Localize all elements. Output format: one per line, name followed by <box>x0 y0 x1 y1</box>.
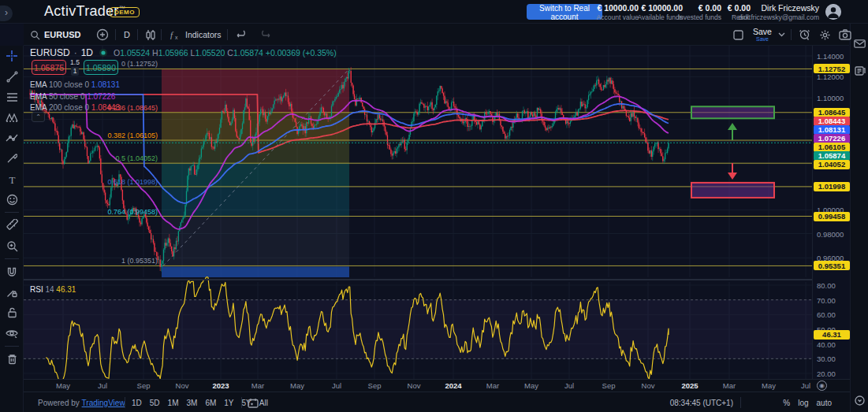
price-label[interactable]: 0.95351 <box>814 261 850 270</box>
account-stat-value: € 10000.00 <box>638 3 684 13</box>
hide-drawings-tool[interactable] <box>0 323 24 343</box>
price-label[interactable]: 0.99458 <box>814 212 850 221</box>
price-label[interactable]: 1.08645 <box>814 108 850 117</box>
screenshot-button[interactable] <box>839 24 851 46</box>
alarm-clock-icon <box>799 29 810 41</box>
buy-button[interactable]: 1.05890 <box>84 60 118 75</box>
range-button-1d[interactable]: 1D <box>128 399 146 407</box>
brush-tool[interactable] <box>0 148 24 169</box>
price-tick: 1.14000 <box>817 52 844 61</box>
add-symbol-button[interactable] <box>96 24 109 46</box>
indicators-button[interactable]: fx Indicators <box>170 24 222 46</box>
ema-legend-row[interactable]: EMA 50 close 0 1.07226 <box>30 92 115 101</box>
rsi-tick: 40.00 <box>817 340 836 349</box>
avatar[interactable] <box>825 4 841 20</box>
svg-text:T: T <box>9 174 15 184</box>
crosshair-tool[interactable] <box>0 46 24 66</box>
rsi-legend[interactable]: RSI 14 46.31 <box>30 285 76 294</box>
price-label[interactable]: 1.08443 <box>814 117 850 126</box>
collapse-legend-button[interactable]: ⌃ <box>32 112 45 122</box>
settings-button[interactable] <box>819 24 831 46</box>
market-status-icon <box>99 48 108 58</box>
zoom-in-tool[interactable] <box>0 236 24 256</box>
range-button-5d[interactable]: 5D <box>146 399 164 407</box>
fib-retracement-tool[interactable] <box>0 87 24 107</box>
time-tick: Mar <box>723 381 736 390</box>
tradingview-link[interactable]: TradingView <box>82 399 125 407</box>
price-label[interactable]: 1.12752 <box>814 64 850 73</box>
measure-tool[interactable] <box>0 215 24 236</box>
symbol-search[interactable]: EURUSD <box>30 24 80 46</box>
layout-select-checkbox[interactable] <box>733 24 743 46</box>
scale-button-auto[interactable]: auto <box>813 399 836 407</box>
time-tick: Jul <box>332 381 341 390</box>
price-tick: 1.10000 <box>817 94 844 102</box>
drawing-lock-tool[interactable] <box>0 282 24 303</box>
price-tick: 0.98000 <box>817 230 844 239</box>
sell-button[interactable]: 1.05875 <box>32 60 66 75</box>
timeframe-button[interactable]: D <box>124 24 130 46</box>
time-tick: Nov <box>642 381 655 390</box>
account-stat: € 0.00Invested funds <box>678 3 721 21</box>
text-tool[interactable]: T <box>0 169 24 189</box>
time-tick: 2024 <box>445 381 461 390</box>
price-label[interactable]: 1.08131 <box>814 125 850 135</box>
goto-date-button[interactable] <box>248 392 259 412</box>
save-menu-button[interactable] <box>778 24 785 46</box>
account-stat: € 10000.00Available funds <box>638 3 684 21</box>
ema-legend-row[interactable]: EMA 100 close 0 1.08131 <box>30 80 120 89</box>
range-button-1m[interactable]: 1M <box>164 399 183 407</box>
scale-button-log[interactable]: log <box>794 399 812 407</box>
switch-to-real-account-button[interactable]: Switch to Real account <box>527 4 602 20</box>
chevron-down-icon <box>778 32 785 37</box>
rsi-period: 14 <box>45 285 54 294</box>
collapse-panel-button[interactable] <box>851 390 868 410</box>
price-label[interactable]: 1.05874 <box>814 151 850 161</box>
save-layout-button[interactable]: SaveSave <box>753 24 772 46</box>
news-button[interactable] <box>851 60 868 80</box>
account-stat-label: Available funds <box>638 13 684 21</box>
open-value: 1.05524 <box>120 48 150 58</box>
expand-sidebar-button[interactable]: › <box>0 6 13 21</box>
chart-style-button[interactable] <box>145 24 156 46</box>
emoji-tool[interactable] <box>0 189 24 210</box>
save-label: Save <box>753 28 772 36</box>
time-tick: Jul <box>564 381 574 390</box>
price-label[interactable]: 1.07226 <box>814 134 850 143</box>
calendar-icon <box>248 398 259 408</box>
camera-icon <box>839 29 851 40</box>
price-axis[interactable]: 1.140001.120001.100001.000000.980000.960… <box>812 46 850 392</box>
undo-button[interactable] <box>237 24 248 46</box>
alert-button[interactable] <box>799 24 810 46</box>
user-info[interactable]: Dirk Friczewsky dirk.friczewsky@gmail.co… <box>738 3 819 21</box>
fib-level-label: 0.5 (1.04052) <box>87 154 158 162</box>
chart-legend[interactable]: EURUSD · 1D O1.05524 H1.05966 L1.05520 C… <box>30 47 337 58</box>
pattern-tool[interactable] <box>0 107 24 128</box>
redo-icon <box>259 30 270 39</box>
scroll-to-latest-button[interactable]: ◉ <box>817 380 827 391</box>
fib-level-label: 0.764 (0.99458) <box>87 208 158 216</box>
price-label[interactable]: 1.06105 <box>814 143 850 152</box>
range-button-1y[interactable]: 1Y <box>220 399 237 407</box>
news-icon <box>855 65 866 76</box>
lock-tool[interactable] <box>0 303 24 323</box>
time-tick: Sep <box>602 381 616 390</box>
redo-button[interactable] <box>259 24 270 46</box>
forecast-tool[interactable] <box>0 128 24 148</box>
price-label[interactable]: 1.01998 <box>814 182 850 191</box>
scale-button-%[interactable]: % <box>779 399 794 407</box>
range-button-6m[interactable]: 6M <box>201 399 220 407</box>
remove-drawings-tool[interactable] <box>0 349 24 369</box>
svg-text:x: x <box>175 35 178 40</box>
range-button-3m[interactable]: 3M <box>183 399 202 407</box>
time-tick: Nov <box>176 381 189 390</box>
clock[interactable]: 08:34:45 (UTC+1) <box>670 392 733 412</box>
ema-legend-row[interactable]: EMA 200 close 0 1.08443 <box>30 103 120 112</box>
account-stat-value: € 0.00 <box>678 3 721 13</box>
price-label[interactable]: 1.04052 <box>814 160 850 169</box>
magnet-tool[interactable] <box>0 262 24 282</box>
gear-icon <box>819 29 831 41</box>
trendline-tool[interactable] <box>0 66 24 87</box>
time-axis[interactable]: MayJulSepNov2023MarMayJulSepNov2024MarMa… <box>24 379 850 392</box>
messages-button[interactable] <box>851 33 868 54</box>
